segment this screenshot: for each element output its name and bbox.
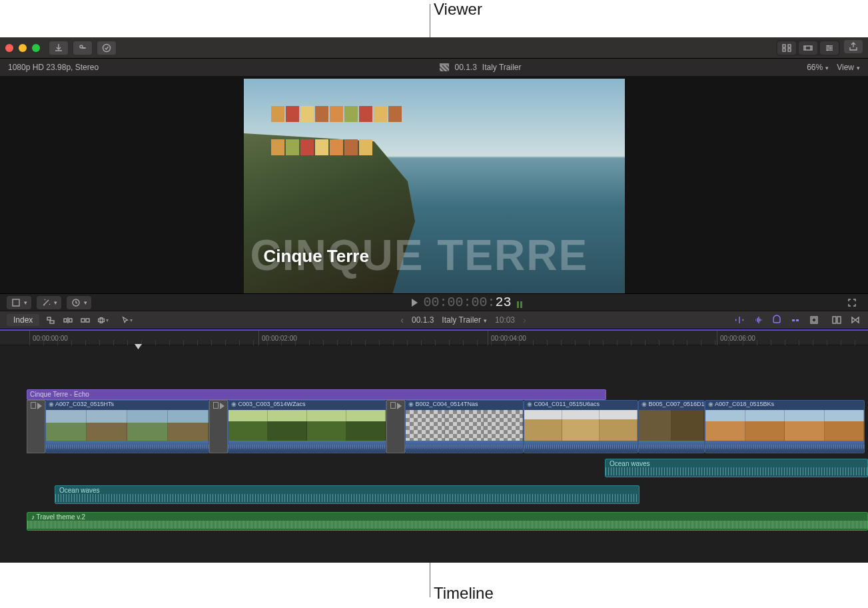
minimize-window-button[interactable] [19,44,27,52]
enhance-menu-dropdown[interactable] [37,296,61,309]
timecode-display[interactable]: 00:00:00:23 [423,295,511,310]
video-clip[interactable]: ◉ B002_C004_0514TNas [405,400,524,453]
svg-rect-17 [99,319,105,321]
video-clip[interactable]: ◉ C004_C011_0515U6acs [524,400,638,453]
video-clip[interactable]: ◉ A007_C032_0515HTs [45,400,209,453]
overwrite-edit-button[interactable]: ▾ [97,315,109,325]
play-button[interactable] [412,299,418,307]
svg-point-7 [830,47,832,49]
audio-skimming-toggle-button[interactable] [752,315,764,325]
audio-meter[interactable] [517,297,522,308]
viewer-scene-buildings [270,105,404,172]
clip-label: ◉ C004_C011_0515U6acs [524,401,638,410]
viewer-frame[interactable]: CINQUE TERRE Cinque Terre [244,79,625,293]
grid-icon [781,43,792,53]
svg-rect-21 [833,317,836,323]
clip-label: ◉ C003_C003_0514WZacs [228,401,386,410]
share-icon [848,41,859,52]
timeline-toggle-button[interactable] [799,41,817,55]
timeline-project-index: 00.1.3 [412,315,434,325]
viewer-zoom-dropdown[interactable]: 66% [807,63,829,72]
timecode-frames: 23 [496,295,512,310]
view-menu-dropdown[interactable]: View [837,63,860,72]
import-button[interactable] [49,41,68,55]
clip-label: ◉ A007_C018_0515BKs [705,401,864,410]
title-clip[interactable]: Cinque Terre - Echo [27,389,606,400]
timeline-appearance-button[interactable] [831,315,843,325]
transform-tool-dropdown[interactable] [7,296,31,309]
audio-clip[interactable]: Ocean waves [55,485,640,504]
insert-edit-button[interactable] [62,315,74,325]
audio-clip[interactable]: Ocean waves [605,459,868,477]
connect-edit-button[interactable] [45,315,57,325]
project-index-label: 00.1.3 [454,63,476,72]
svg-point-8 [827,49,829,51]
transitions-browser-button[interactable] [849,315,861,325]
download-arrow-icon [53,43,64,53]
keyword-button[interactable] [73,41,92,55]
skimming-toggle-button[interactable] [733,315,745,325]
viewer-title-foreground: Cinque Terre [264,246,369,267]
clapperboard-icon [440,63,449,71]
timeline-back-button[interactable]: ‹ [400,315,404,325]
callout-viewer-label: Viewer [434,0,482,19]
svg-rect-11 [47,317,51,320]
music-clip[interactable]: ♪ Travel theme v.2 [27,512,868,531]
transform-icon [11,297,21,308]
timeline-duration-label: 10:03 [495,315,515,325]
video-clip[interactable]: ◉ C003_C003_0514WZacs [228,400,386,453]
select-tool-button[interactable]: ▾ [121,315,133,325]
video-clip[interactable]: ◉ A007_C018_0515BKs [705,400,865,453]
svg-rect-2 [788,45,791,47]
ruler-tick: 00:00:06:00 [717,331,755,345]
timeline[interactable]: 00:00:00:00 00:00:02:00 00:00:04:00 00:0… [0,329,868,563]
append-edit-button[interactable] [79,315,91,325]
svg-rect-22 [837,317,841,323]
background-tasks-button[interactable] [97,41,116,55]
callout-timeline-line [430,563,430,597]
clip-label: ◉ B005_C007_0516D1... [639,401,704,410]
svg-rect-12 [50,321,54,323]
audio-clip-label: Ocean waves [59,487,100,494]
share-button[interactable] [844,40,863,53]
inspector-toggle-button[interactable] [820,41,839,55]
ruler-tick: 00:00:02:00 [258,331,297,345]
ruler-tick: 00:00:04:00 [488,331,526,345]
svg-rect-15 [81,319,85,322]
fullscreen-window-button[interactable] [32,44,40,52]
browser-toggle-button[interactable] [777,41,796,55]
checkmark-circle-icon [101,43,112,53]
window-controls [5,44,40,52]
solo-toggle-button[interactable] [771,315,783,325]
app-window: 1080p HD 23.98p, Stereo 00.1.3 Italy Tra… [0,37,868,563]
index-button[interactable]: Index [7,314,39,326]
close-window-button[interactable] [5,44,13,52]
timeline-project-dropdown[interactable]: Italy Trailer [442,315,487,325]
snapping-toggle-button[interactable] [789,315,801,325]
svg-rect-13 [64,319,67,322]
svg-rect-4 [788,49,791,51]
svg-rect-3 [783,49,785,51]
video-lane: ◉ A007_C032_0515HTs ◉ C003_C003_0514WZac… [0,400,868,455]
retime-menu-dropdown[interactable] [67,296,91,309]
expand-icon [847,297,857,308]
clock-icon [71,297,81,308]
wand-icon [41,297,51,308]
ruler-tick: 00:00:00:00 [29,331,68,345]
video-clip[interactable]: ◉ B005_C007_0516D1... [638,400,705,453]
clip-label: ◉ A007_C032_0515HTs [46,401,209,410]
callout-viewer-line [430,4,430,37]
timeline-forward-button[interactable]: › [523,315,526,325]
titlebar [0,37,868,59]
fullscreen-button[interactable] [843,296,861,309]
sliders-icon [824,43,835,53]
callout-timeline-label: Timeline [434,584,494,603]
project-name-label: Italy Trailer [482,63,522,72]
effects-browser-button[interactable] [808,315,820,325]
key-icon [77,43,88,53]
video-format-label: 1080p HD 23.98p, Stereo [8,63,195,72]
timeline-ruler[interactable]: 00:00:00:00 00:00:02:00 00:00:04:00 00:0… [0,331,868,345]
transport-bar: 00:00:00:23 [0,293,868,311]
svg-point-6 [827,45,829,47]
timeline-toolbar: Index ▾ ▾ ‹ 00.1.3 Italy Trailer 10:03 › [0,311,868,329]
